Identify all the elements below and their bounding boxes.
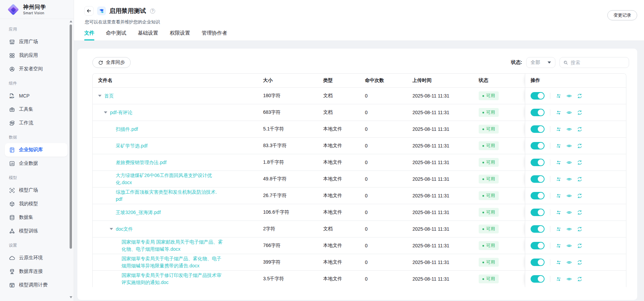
move-icon[interactable] xyxy=(556,93,562,99)
sidebar-item-billing[interactable]: ¥模型调用计费 xyxy=(0,278,74,292)
enable-toggle[interactable] xyxy=(531,275,545,283)
sidebar-item-mcp[interactable]: MCPMCP xyxy=(0,89,74,103)
move-icon[interactable] xyxy=(556,176,562,182)
mcp-icon: MCP xyxy=(9,93,15,99)
scroll-down-icon[interactable] xyxy=(70,296,72,298)
enable-toggle[interactable] xyxy=(531,142,545,149)
resync-icon[interactable] xyxy=(577,210,583,215)
resync-icon[interactable] xyxy=(577,110,583,116)
sidebar-item-cloud-env[interactable]: 云原生环境 xyxy=(0,251,74,265)
enable-toggle[interactable] xyxy=(531,92,545,100)
resync-icon[interactable] xyxy=(577,143,583,149)
enable-toggle[interactable] xyxy=(531,225,545,233)
tab-管理协作者[interactable]: 管理协作者 xyxy=(202,30,227,40)
preview-icon[interactable] xyxy=(566,176,572,182)
resync-icon[interactable] xyxy=(577,126,583,132)
file-link[interactable]: 差旅费报销管理办法.pdf xyxy=(116,159,166,166)
sidebar-item-enterprise-data[interactable]: 企业数据 xyxy=(0,157,74,170)
table-row: 国家烟草专卖局关于电子烟产品、雾化物、电子烟用烟碱等异地限量携带的通告.docx… xyxy=(93,254,626,271)
sidebar-item-dev-space[interactable]: 开发者空间 xyxy=(0,62,74,76)
full-sync-button[interactable]: 全库同步 xyxy=(92,57,131,68)
sidebar-item-model-market[interactable]: 模型广场 xyxy=(0,183,74,197)
preview-icon[interactable] xyxy=(566,126,572,132)
preview-icon[interactable] xyxy=(566,143,572,149)
change-log-button[interactable]: 变更记录 xyxy=(607,10,637,20)
sidebar-item-db-connect[interactable]: 数据库连接 xyxy=(0,265,74,278)
preview-icon[interactable] xyxy=(566,160,572,165)
file-link[interactable]: 综放工作面顶板灾害类型和发生机制及防治技术.pdf xyxy=(116,189,218,203)
move-icon[interactable] xyxy=(556,243,562,249)
file-link[interactable]: 国家烟草专卖局关于修订印发电子烟产品技术审评实施细则的通知.doc xyxy=(122,272,223,286)
file-link[interactable]: 采矿学节选.pdf xyxy=(116,142,147,149)
enable-toggle[interactable] xyxy=(531,159,545,166)
resync-icon[interactable] xyxy=(577,243,583,249)
move-icon[interactable] xyxy=(556,260,562,265)
scrollbar-thumb[interactable] xyxy=(70,24,72,249)
file-link[interactable]: pdf-有评论 xyxy=(110,109,132,116)
file-link[interactable]: 扫描件.pdf xyxy=(116,126,138,133)
sidebar-item-knowledge-base[interactable]: 企业知识库 xyxy=(5,143,68,157)
expand-toggle-icon[interactable] xyxy=(104,111,107,113)
sidebar-item-toolset[interactable]: 工具集 xyxy=(0,103,74,116)
help-icon[interactable]: ? xyxy=(150,8,155,14)
expand-toggle-icon[interactable] xyxy=(110,228,113,230)
file-link[interactable]: 国家烟草专卖局 国家邮政局关于电子烟产品、雾化物、电子烟用烟碱等.docx xyxy=(122,238,223,253)
file-link[interactable]: 王坡3206_张海涛.pdf xyxy=(116,209,161,216)
sidebar-item-workflow[interactable]: 工作流 xyxy=(0,116,74,130)
enable-toggle[interactable] xyxy=(531,109,545,116)
resync-icon[interactable] xyxy=(577,260,583,265)
status-filter-select[interactable]: 全部 xyxy=(526,57,555,68)
sidebar-scrollbar[interactable] xyxy=(69,20,72,301)
hit-count-cell: 0 xyxy=(360,204,407,220)
tab-命中测试[interactable]: 命中测试 xyxy=(106,30,126,40)
resync-icon[interactable] xyxy=(577,93,583,99)
enable-toggle[interactable] xyxy=(531,175,545,183)
resync-icon[interactable] xyxy=(577,226,583,232)
sidebar-item-dataset[interactable]: 数据集 xyxy=(0,211,74,224)
sidebar-item-my-apps[interactable]: 我的应用 xyxy=(0,49,74,62)
sidebar-item-my-models[interactable]: 我的模型 xyxy=(0,197,74,211)
resync-icon[interactable] xyxy=(577,193,583,199)
preview-icon[interactable] xyxy=(566,260,572,265)
tab-权限设置[interactable]: 权限设置 xyxy=(170,30,190,40)
search-box[interactable] xyxy=(559,57,629,68)
preview-icon[interactable] xyxy=(566,93,572,99)
enable-toggle[interactable] xyxy=(531,242,545,249)
size-cell: 49.8千字符 xyxy=(258,171,318,187)
tab-基础设置[interactable]: 基础设置 xyxy=(138,30,158,40)
preview-icon[interactable] xyxy=(566,210,572,215)
enable-toggle[interactable] xyxy=(531,125,545,133)
move-icon[interactable] xyxy=(556,193,562,199)
search-input[interactable] xyxy=(571,60,622,65)
preview-icon[interactable] xyxy=(566,193,572,199)
sidebar-item-app-market[interactable]: 应用广场 xyxy=(0,35,74,49)
resync-icon[interactable] xyxy=(577,176,583,182)
enable-toggle[interactable] xyxy=(531,192,545,199)
move-icon[interactable] xyxy=(556,143,562,149)
move-icon[interactable] xyxy=(556,110,562,116)
move-icon[interactable] xyxy=(556,276,562,282)
back-button[interactable] xyxy=(84,6,94,16)
file-link[interactable]: doc文件 xyxy=(116,226,133,233)
sidebar-section-label: 设置 xyxy=(0,238,74,251)
move-icon[interactable] xyxy=(556,226,562,232)
move-icon[interactable] xyxy=(556,210,562,215)
scroll-up-icon[interactable] xyxy=(70,20,72,22)
resync-icon[interactable] xyxy=(577,160,583,165)
preview-icon[interactable] xyxy=(566,110,572,116)
move-icon[interactable] xyxy=(556,126,562,132)
sidebar-item-model-training[interactable]: 模型训练 xyxy=(0,224,74,238)
file-link[interactable]: 国家烟草专卖局关于电子烟产品、雾化物、电子烟用烟碱等异地限量携带的通告.docx xyxy=(122,255,223,269)
resync-icon[interactable] xyxy=(577,276,583,282)
enable-toggle[interactable] xyxy=(531,209,545,216)
file-link[interactable]: 首页 xyxy=(104,92,114,100)
preview-icon[interactable] xyxy=(566,276,572,282)
status-badge: 可用 xyxy=(479,241,499,250)
expand-toggle-icon[interactable] xyxy=(98,95,102,97)
preview-icon[interactable] xyxy=(566,243,572,249)
tab-文件[interactable]: 文件 xyxy=(84,30,94,40)
move-icon[interactable] xyxy=(556,160,562,165)
enable-toggle[interactable] xyxy=(531,259,545,266)
file-link[interactable]: 大方绿塘煤矿26中06工作面回风巷支护设计优化.docx xyxy=(116,172,218,186)
preview-icon[interactable] xyxy=(566,226,572,232)
